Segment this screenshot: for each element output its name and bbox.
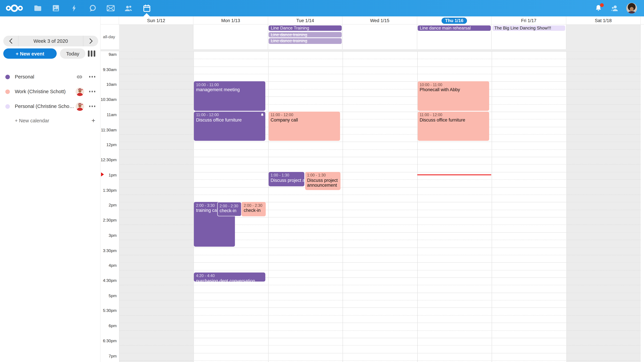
week-label-button[interactable]: Week 3 of 2020 <box>18 38 83 44</box>
allday-event[interactable]: Line dance training <box>269 38 342 44</box>
allday-cell-1[interactable] <box>194 25 268 49</box>
event-time: 10:00 - 11:00 <box>196 82 264 87</box>
event[interactable]: 11:00 - 12:00Discuss office furniture <box>418 112 489 141</box>
time-label: 12pm <box>106 143 116 147</box>
day-column-3[interactable] <box>343 51 417 362</box>
app-icon-files[interactable] <box>29 0 47 16</box>
day-header-3[interactable]: Wed 1/15 <box>343 16 417 25</box>
time-label: 6:30pm <box>103 339 117 343</box>
app-icon-photos[interactable] <box>47 0 65 16</box>
day-header-5[interactable]: Fri 1/17 <box>492 16 566 25</box>
app-icon-contacts[interactable] <box>120 0 138 16</box>
allday-cell-2[interactable]: Line Dance TrainingLine dance trainingLi… <box>268 25 343 49</box>
allday-event[interactable]: Line dance main rehearsal <box>418 25 491 31</box>
time-grid: 9am9:30am10am10:30am11am11:30am12pm12:30… <box>100 51 644 362</box>
today-button[interactable]: Today <box>60 48 86 59</box>
calendar-name: Personal (Christine Scho… <box>15 103 74 109</box>
day-header-6[interactable]: Sat 1/18 <box>566 16 641 25</box>
allday-event[interactable]: Line Dance Training <box>269 25 342 31</box>
view-switcher-icon[interactable] <box>88 50 95 57</box>
sidebar-calendar-1[interactable]: Work (Christine Schott) <box>0 84 100 99</box>
vertical-scrollbar[interactable] <box>641 25 644 362</box>
event[interactable]: 1:00 - 1:30Discuss project announcement <box>305 172 340 190</box>
allday-cell-0[interactable] <box>119 25 194 49</box>
current-time-line <box>417 174 491 175</box>
nextcloud-logo-icon <box>5 2 24 14</box>
day-header-4[interactable]: Thu 1/16 <box>417 16 492 25</box>
event[interactable]: 11:00 - 12:00Discuss office furniture <box>194 112 266 141</box>
shared-calendar-avatar <box>76 102 84 111</box>
owner-avatar <box>76 102 84 111</box>
calendar-name: Work (Christine Schott) <box>15 89 74 94</box>
calendar-color-dot[interactable] <box>5 89 10 94</box>
calendar-actions-menu[interactable] <box>89 76 95 78</box>
day-header-row: Sun 1/12Mon 1/13Tue 1/14Wed 1/15Thu 1/16… <box>100 16 644 25</box>
event-time: 2:00 - 2:30 <box>220 203 239 208</box>
calendar-actions-menu[interactable] <box>89 91 95 92</box>
app-icon-talk[interactable] <box>83 0 102 16</box>
new-event-button[interactable]: + New event <box>3 48 57 59</box>
owner-avatar <box>76 87 84 96</box>
allday-cell-4[interactable]: Line dance main rehearsal <box>417 25 492 49</box>
calendar-actions-menu[interactable] <box>89 106 95 107</box>
day-column-2[interactable]: 11:00 - 12:00Company call1:00 - 1:30Disc… <box>268 51 343 362</box>
event-title: management meeting <box>196 87 264 92</box>
next-week-button[interactable] <box>83 36 98 46</box>
nextcloud-logo[interactable] <box>5 0 24 16</box>
event-title: Discuss office furniture <box>196 117 264 122</box>
time-label: 10am <box>106 82 116 87</box>
event[interactable]: 10:00 - 11:00management meeting <box>194 81 266 111</box>
event[interactable]: 2:00 - 2:30check-in <box>242 202 266 216</box>
contacts-menu-button[interactable] <box>606 0 623 16</box>
allday-event[interactable]: Line dance training <box>269 32 342 37</box>
previous-week-button[interactable] <box>3 36 18 46</box>
event[interactable]: 10:00 - 11:00Phonecall with Abby <box>418 81 489 111</box>
calendar-icon <box>142 4 151 13</box>
share-link-icon[interactable] <box>75 72 83 81</box>
day-column-4[interactable]: 10:00 - 11:00Phonecall with Abby11:00 - … <box>417 51 492 362</box>
time-label: 12:30pm <box>100 158 116 162</box>
notifications-button[interactable] <box>590 0 606 16</box>
event-time: 1:00 - 1:30 <box>270 173 302 178</box>
day-header-1[interactable]: Mon 1/13 <box>194 16 268 25</box>
allday-grid-divider <box>100 49 644 51</box>
event-time: 4:20 - 4:40 <box>196 274 264 278</box>
allday-cell-5[interactable]: The Big Line Dancing Show!!! <box>492 25 566 49</box>
day-header-gutter <box>100 16 119 25</box>
allday-cell-3[interactable] <box>343 25 417 49</box>
new-calendar-button[interactable]: + New calendar + <box>0 114 100 128</box>
allday-event[interactable]: The Big Line Dancing Show!!! <box>492 25 565 31</box>
time-label: 9:30am <box>103 67 117 72</box>
user-avatar[interactable] <box>626 3 637 13</box>
day-column-6[interactable] <box>566 51 641 362</box>
allday-cell-6[interactable] <box>566 25 641 49</box>
app-icon-activity[interactable] <box>65 0 83 16</box>
event[interactable]: 4:20 - 4:40purchasing dept conversation <box>194 273 266 282</box>
photos-icon <box>52 4 60 12</box>
day-header-0[interactable]: Sun 1/12 <box>119 16 194 25</box>
sidebar-calendar-0[interactable]: Personal <box>0 69 100 84</box>
day-header-2[interactable]: Tue 1/14 <box>268 16 343 25</box>
day-column-0[interactable] <box>119 51 194 362</box>
today-day-pill: Thu 1/16 <box>442 17 467 24</box>
calendar-name: Personal <box>15 74 74 80</box>
allday-row: all-day Line Dance TrainingLine dance tr… <box>100 25 644 49</box>
app-icon-mail[interactable] <box>102 0 120 16</box>
calendar-color-dot[interactable] <box>5 104 10 109</box>
sidebar-calendar-2[interactable]: Personal (Christine Scho… <box>0 99 100 114</box>
calendar-color-dot[interactable] <box>5 74 10 79</box>
day-column-5[interactable] <box>492 51 566 362</box>
event[interactable]: 11:00 - 12:00Company call <box>268 112 340 141</box>
time-gutter: 9am9:30am10am10:30am11am11:30am12pm12:30… <box>100 51 119 362</box>
event-title: check-in <box>220 208 239 213</box>
avatar-photo <box>626 3 637 13</box>
event[interactable]: 1:00 - 1:30Discuss project announcement <box>268 172 304 186</box>
day-header-label: Sun 1/12 <box>147 18 165 23</box>
event-title: Phonecall with Abby <box>420 87 487 92</box>
time-label: 5pm <box>109 293 117 298</box>
time-label: 3:30pm <box>103 248 117 253</box>
contacts-people-icon <box>124 4 133 12</box>
day-column-1[interactable]: 10:00 - 11:00management meeting11:00 - 1… <box>194 51 268 362</box>
event-title: check-in <box>244 208 264 213</box>
event[interactable]: 2:00 - 2:30check-in <box>217 202 241 216</box>
